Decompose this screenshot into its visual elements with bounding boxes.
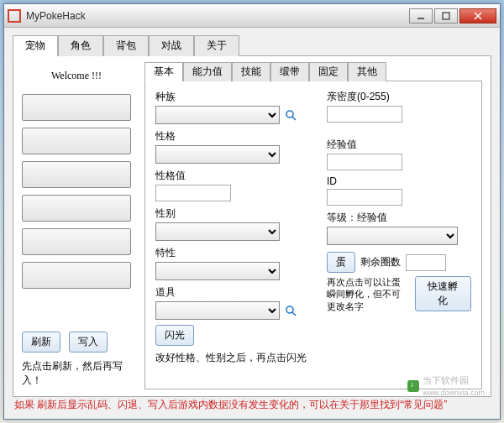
- sub-tab-body: 种族 性格 性格值: [144, 81, 482, 389]
- welcome-text: Welcome !!!: [22, 70, 131, 82]
- main-tabs: 宠物 角色 背包 对战 关于: [13, 34, 491, 56]
- subtab-moves[interactable]: 技能: [232, 62, 270, 81]
- search-icon[interactable]: [285, 305, 297, 316]
- app-icon: [8, 9, 21, 23]
- subtab-other[interactable]: 其他: [348, 62, 386, 81]
- party-slot-2[interactable]: [22, 128, 131, 154]
- ability-select[interactable]: [155, 262, 280, 280]
- exp-input[interactable]: [327, 154, 402, 170]
- app-window: MyPokeHack 宠物 角色 背包 对战 关于 Welcome !!!: [3, 3, 501, 420]
- exp-label: 经验值: [327, 138, 471, 152]
- party-slot-6[interactable]: [22, 262, 131, 289]
- item-select[interactable]: [155, 301, 280, 320]
- form-left: 种族 性格 性格值: [155, 90, 315, 384]
- nature-value-input[interactable]: [155, 185, 231, 201]
- friendship-label: 亲密度(0-255): [327, 90, 471, 104]
- egg-cycles-label: 剩余圈数: [360, 255, 401, 269]
- id-input[interactable]: [327, 189, 402, 206]
- tab-pets[interactable]: 宠物: [13, 35, 58, 56]
- footer-warning: 如果 刷新后显示乱码、闪退、写入后游戏内数据没有发生变化的，可以在关于那里找到“…: [14, 398, 490, 412]
- main-tab-body: Welcome !!! 刷新 写入 先点击刷新，然后再写入！ 基本 能力值 技能: [13, 56, 491, 397]
- window-buttons: [407, 8, 496, 24]
- tab-about[interactable]: 关于: [194, 35, 239, 56]
- svg-line-7: [292, 312, 296, 316]
- nature-label: 性格: [155, 129, 315, 144]
- subtab-basic[interactable]: 基本: [144, 62, 183, 81]
- gender-label: 性别: [155, 206, 315, 221]
- nature-value-label: 性格值: [155, 169, 315, 183]
- egg-hint: 再次点击可以让蛋瞬间孵化，但不可更改名字: [327, 276, 410, 312]
- svg-point-4: [286, 111, 293, 118]
- tab-character[interactable]: 角色: [58, 35, 103, 56]
- subtab-stats[interactable]: 能力值: [183, 62, 232, 81]
- gender-select[interactable]: [155, 222, 280, 241]
- refresh-button[interactable]: 刷新: [22, 332, 60, 352]
- party-slot-3[interactable]: [22, 161, 131, 188]
- write-button[interactable]: 写入: [69, 332, 108, 352]
- shiny-hint: 改好性格、性别之后，再点击闪光: [155, 351, 315, 365]
- party-slot-5[interactable]: [22, 228, 131, 255]
- ability-label: 特性: [155, 246, 315, 260]
- svg-line-5: [292, 117, 296, 120]
- party-slot-4[interactable]: [22, 195, 131, 222]
- species-select[interactable]: [155, 106, 280, 124]
- svg-point-6: [286, 306, 293, 313]
- id-label: ID: [327, 175, 471, 187]
- shiny-button[interactable]: 闪光: [155, 325, 194, 346]
- form-right: 亲密度(0-255) 经验值 ID 等级：经验值: [315, 90, 471, 384]
- friendship-input[interactable]: [327, 106, 402, 123]
- maximize-button[interactable]: [434, 8, 458, 24]
- left-panel: Welcome !!! 刷新 写入 先点击刷新，然后再写入！: [13, 56, 139, 396]
- quick-hatch-button[interactable]: 快速孵化: [415, 276, 471, 311]
- search-icon[interactable]: [285, 109, 297, 121]
- level-select[interactable]: [327, 227, 458, 245]
- tab-battle[interactable]: 对战: [149, 35, 194, 56]
- right-panel: 基本 能力值 技能 缎带 固定 其他 种族: [139, 56, 491, 396]
- client-area: 宠物 角色 背包 对战 关于 Welcome !!! 刷新 写入 先点击刷新，然…: [4, 28, 500, 419]
- window-title: MyPokeHack: [26, 10, 407, 22]
- left-hint: 先点击刷新，然后再写入！: [22, 359, 131, 388]
- titlebar[interactable]: MyPokeHack: [4, 4, 500, 28]
- party-slot-1[interactable]: [22, 94, 131, 121]
- close-button[interactable]: [459, 8, 496, 24]
- level-label: 等级：经验值: [327, 211, 471, 225]
- subtab-fixed[interactable]: 固定: [309, 62, 348, 81]
- svg-rect-1: [443, 13, 449, 19]
- tab-bag[interactable]: 背包: [103, 35, 149, 56]
- egg-cycles-input[interactable]: [406, 254, 446, 271]
- subtab-ribbons[interactable]: 缎带: [270, 62, 309, 81]
- egg-button[interactable]: 蛋: [327, 252, 355, 273]
- species-label: 种族: [155, 90, 315, 104]
- nature-select[interactable]: [155, 145, 280, 164]
- sub-tabs: 基本 能力值 技能 缎带 固定 其他: [144, 61, 482, 81]
- item-label: 道具: [155, 285, 315, 300]
- minimize-button[interactable]: [409, 8, 433, 24]
